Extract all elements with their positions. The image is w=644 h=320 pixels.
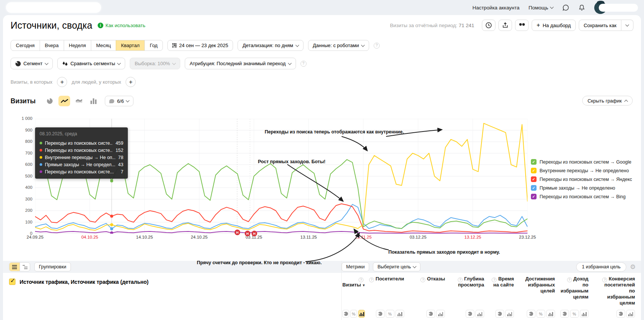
history-button[interactable] [482,20,495,31]
percent-view-button[interactable]: % [570,310,579,318]
column-header[interactable]: ?Отказы [404,276,445,306]
legend-item[interactable]: ✓Переходы из поисковых систем → Яндекс [531,176,632,182]
help-circle-icon[interactable]: ? [301,61,307,67]
add-people-condition-button[interactable]: + [126,77,136,87]
favorite-goal-pill[interactable]: 1 избранная цель [576,262,626,272]
pie-icon [563,312,567,316]
segment-dropdown[interactable]: Сегмент [11,58,53,69]
list-view-button[interactable] [9,263,20,271]
period-tab[interactable]: Месяц [91,40,116,51]
legend-checkbox[interactable]: ✓ [531,159,537,165]
chat-icon[interactable] [562,4,569,11]
legend-item[interactable]: ✓Внутренние переходы → Не определено [531,168,632,173]
pie-view-button[interactable] [495,310,504,318]
note-badge[interactable]: Н [251,231,257,236]
legend-item[interactable]: ✓Прямые заходы → Не определено [531,185,632,191]
pie-view-button[interactable] [466,310,474,318]
pie-view-button[interactable] [342,310,349,318]
source-row-checkbox[interactable]: ✓ [9,279,15,285]
gear-icon[interactable]: ⚙ [630,263,636,271]
detail-dropdown[interactable]: Детализация: по дням [238,40,303,51]
tree-view-button[interactable] [20,263,30,271]
sampling-dropdown[interactable]: Выборка: 100% [130,58,180,69]
period-tab[interactable]: Вчера [40,40,64,51]
period-tab[interactable]: Неделя [64,40,91,51]
period-tab[interactable]: Сегодня [11,40,40,51]
help-circle-icon[interactable]: ? [369,277,374,282]
add-to-dashboard-button[interactable]: +На дашборд [532,20,576,31]
choose-goal-dropdown[interactable]: Выберите цель [373,262,420,271]
help-circle-icon[interactable]: ? [567,277,572,282]
chart-type-columns-button[interactable] [88,96,100,106]
percent-view-button[interactable]: % [350,310,357,318]
percent-view-button[interactable]: % [386,310,394,318]
series-dot-icon [40,163,42,166]
avatar[interactable] [594,1,639,14]
help-circle-icon[interactable]: ? [374,43,380,49]
bar-view-button[interactable] [358,310,365,318]
segments-quotes-button[interactable] [515,20,529,31]
bar-view-button[interactable] [396,310,404,318]
column-header[interactable]: Достиженияизбранныхцелей [514,276,555,306]
legend-item[interactable]: ✓Переходы из поисковых систем → Google [531,159,632,165]
note-badge[interactable]: Н [245,231,250,236]
hide-chart-button[interactable]: Скрыть график [582,96,633,106]
bar-view-button[interactable] [546,310,555,318]
pie-view-button[interactable] [616,310,625,318]
comment-bubble-icon [109,99,114,103]
help-circle-icon[interactable]: ? [492,277,497,282]
help-circle-icon[interactable]: ? [420,277,425,282]
period-tab[interactable]: Год [144,40,163,51]
help-menu[interactable]: Помощь [529,5,553,11]
bar-view-button[interactable] [475,310,484,318]
chart-type-line-button[interactable] [58,96,70,106]
blurred-username [599,4,638,12]
column-header[interactable]: ?Времяна сайте [484,276,514,306]
bar-view-button[interactable] [505,310,514,318]
data-mode-dropdown[interactable]: Данные: с роботами [308,40,369,51]
bell-icon[interactable] [578,4,585,11]
column-header[interactable]: ?Доходпоизбраннымцелям [555,276,589,306]
add-visit-condition-button[interactable]: + [57,77,67,87]
compare-segments-dropdown[interactable]: Сравнить сегменты [57,58,126,69]
export-button[interactable] [498,20,512,31]
bar-chart-icon [582,312,587,316]
tooltip-row: Переходы из поисковых систе...459 [40,139,123,147]
pie-view-button[interactable] [560,310,569,318]
help-circle-icon[interactable]: ? [359,277,363,282]
comments-dropdown[interactable]: 6/6 [105,96,133,106]
groupings-button[interactable]: Группировки [34,262,71,271]
pie-view-button[interactable] [376,310,385,318]
bar-view-button[interactable] [436,310,445,318]
how-to-use-link[interactable]: i Как использовать [98,23,146,28]
legend-checkbox[interactable]: ✓ [531,168,537,173]
attribution-dropdown[interactable]: Атрибуция: Последний значимый переход [185,58,296,69]
period-tab[interactable]: Квартал [116,40,144,51]
series-dot-icon [40,142,42,144]
percent-view-button[interactable]: % [537,310,545,318]
account-settings-link[interactable]: Настройка аккаунта [472,5,520,11]
bar-view-button[interactable] [580,310,589,318]
pie-view-button[interactable] [426,310,435,318]
column-header-label: целям [573,294,589,300]
bar-view-button[interactable] [626,310,635,318]
column-header[interactable]: ?Конверсияпосетителейпоизбраннымцелям [589,276,635,306]
column-header[interactable]: ?Визиты▼ [342,276,365,306]
column-header[interactable]: ?Глубинапросмотра [445,276,484,306]
series-line[interactable] [35,231,527,233]
save-as-button[interactable]: Сохранить как [579,20,621,31]
chart-type-pie-button[interactable] [44,96,55,106]
save-as-caret[interactable] [621,20,633,31]
chart-type-area-button[interactable] [73,96,85,106]
column-header[interactable]: ?Посетители [365,276,404,306]
pie-view-button[interactable] [527,310,535,318]
legend-checkbox[interactable]: ✓ [531,176,537,182]
legend-checkbox[interactable]: ✓ [531,194,537,199]
legend-checkbox[interactable]: ✓ [531,185,537,191]
help-circle-icon[interactable]: ? [458,277,463,282]
note-badge[interactable]: Н [235,230,240,235]
date-range-button[interactable]: 24 сен — 23 дек 2025 [167,40,233,51]
help-circle-icon[interactable]: ? [602,277,607,282]
legend-item[interactable]: ✓Переходы из поисковых систем → Bing [531,194,632,199]
metrics-button[interactable]: Метрики [342,262,369,271]
